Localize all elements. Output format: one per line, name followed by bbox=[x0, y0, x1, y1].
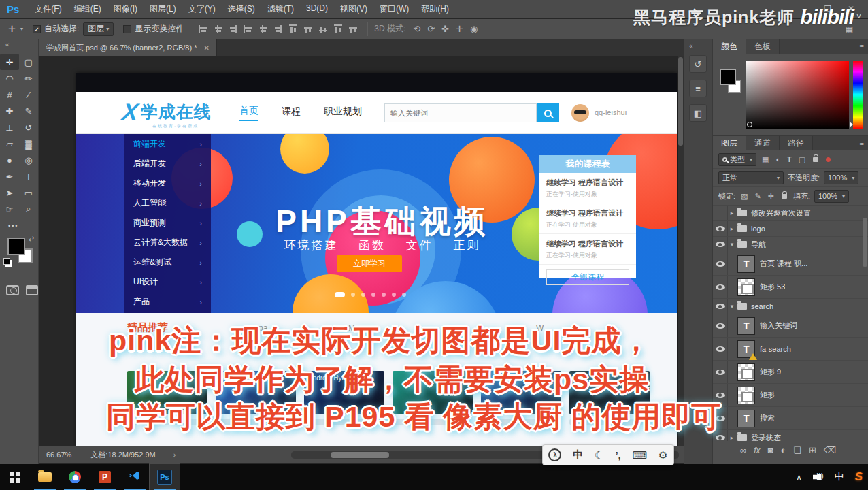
opacity-field[interactable]: 100%▾ bbox=[824, 172, 858, 184]
banner-menu-item[interactable]: 商业预测› bbox=[124, 213, 211, 233]
lock-transparent-icon[interactable]: ▨ bbox=[741, 192, 748, 201]
eyedropper-tool[interactable]: ⁄ bbox=[19, 86, 38, 103]
filter-type-dropdown[interactable]: 类型▾ bbox=[718, 153, 756, 166]
nav-课程[interactable]: 课程 bbox=[282, 105, 301, 120]
crop-tool[interactable]: # bbox=[0, 86, 19, 103]
move-tool[interactable]: ✛ bbox=[0, 54, 19, 70]
healing-brush-tool[interactable]: ✚ bbox=[0, 103, 19, 119]
halfmoon-icon[interactable]: ☾ bbox=[595, 449, 603, 461]
panel-menu-icon[interactable]: ≡ bbox=[860, 42, 864, 50]
align-left-edges-icon[interactable] bbox=[244, 24, 254, 34]
align-right-edges-icon[interactable] bbox=[273, 24, 284, 34]
swap-colors-icon[interactable]: ⇄ bbox=[29, 235, 34, 242]
adjustment-filter-icon[interactable]: ◐ bbox=[775, 155, 780, 163]
close-tab-icon[interactable]: ✕ bbox=[203, 44, 209, 52]
ime-language-indicator[interactable]: 中 bbox=[835, 471, 844, 483]
roll-3d-icon[interactable]: ⟳ bbox=[427, 24, 435, 34]
scale-3d-icon[interactable]: ◉ bbox=[470, 24, 478, 34]
banner-menu-item[interactable]: 云计算&大数据› bbox=[124, 233, 211, 252]
chrome[interactable] bbox=[60, 464, 90, 490]
align-horizontal-centers-icon[interactable] bbox=[258, 24, 269, 34]
expand-panels-icon[interactable]: « bbox=[689, 42, 712, 50]
banner-menu-item[interactable]: 人工智能› bbox=[124, 193, 211, 213]
banner-menu-item[interactable]: 产品› bbox=[124, 292, 211, 312]
default-colors-icon[interactable] bbox=[3, 258, 10, 265]
visibility-toggle[interactable] bbox=[713, 361, 728, 383]
course-card[interactable]: Angular 2 X bbox=[216, 371, 296, 414]
search-input[interactable] bbox=[384, 103, 537, 122]
vscode[interactable] bbox=[120, 464, 150, 490]
layer-row[interactable]: 矩形 bbox=[713, 384, 868, 407]
rotate-3d-icon[interactable]: ⟲ bbox=[413, 24, 420, 34]
menu-item[interactable]: 帮助(H) bbox=[415, 3, 455, 15]
status-arrow-icon[interactable]: › bbox=[173, 451, 176, 459]
info-panel-icon[interactable]: ◧ bbox=[689, 104, 707, 122]
punctuation-icon[interactable]: ’, bbox=[615, 449, 620, 461]
color-field[interactable] bbox=[746, 61, 849, 129]
brush-tool[interactable]: ✎ bbox=[19, 103, 38, 119]
align-bottom-edges-icon[interactable] bbox=[229, 24, 239, 34]
visibility-toggle[interactable] bbox=[713, 276, 728, 298]
tab-色板[interactable]: 色板 bbox=[746, 39, 780, 54]
hue-slider[interactable] bbox=[853, 61, 863, 129]
pagination-dot[interactable] bbox=[361, 293, 365, 297]
smart-object-filter-icon[interactable] bbox=[813, 157, 818, 162]
layer-row[interactable]: T搜索 bbox=[713, 407, 868, 430]
category-link[interactable]: Spa bbox=[253, 323, 267, 333]
distribute-top-icon[interactable] bbox=[288, 24, 299, 34]
course-item[interactable]: 继续学习 程序语言设计正在学习-使用对象 bbox=[539, 234, 636, 265]
nav-首页[interactable]: 首页 bbox=[239, 105, 258, 121]
layers-scrollbar[interactable] bbox=[863, 218, 867, 267]
pagination-dot[interactable] bbox=[371, 293, 375, 297]
collapse-panel-icon[interactable]: « bbox=[0, 39, 38, 48]
delete-layer-icon[interactable]: ⌫ bbox=[824, 445, 836, 455]
disclosure-triangle-icon[interactable]: ▸ bbox=[728, 434, 736, 441]
tab-图层[interactable]: 图层 bbox=[713, 136, 746, 150]
eraser-tool[interactable]: ▱ bbox=[0, 135, 19, 152]
banner-menu-item[interactable]: UI设计› bbox=[124, 272, 211, 292]
banner-menu-item[interactable]: 后端开发› bbox=[124, 154, 211, 174]
menu-item[interactable]: 文字(Y) bbox=[182, 3, 222, 15]
course-card[interactable] bbox=[569, 371, 650, 414]
layer-row[interactable]: 矩形 9 bbox=[713, 361, 868, 384]
drag-3d-icon[interactable]: ✜ bbox=[441, 24, 449, 34]
layer-row[interactable]: ▾search bbox=[713, 299, 868, 314]
blend-mode-dropdown[interactable]: 正常▾ bbox=[718, 172, 784, 184]
disclosure-triangle-icon[interactable]: ▸ bbox=[728, 225, 736, 232]
lasso-tool[interactable]: ◠ bbox=[0, 70, 19, 86]
all-courses-button[interactable]: 全部课程 bbox=[546, 270, 629, 285]
color-cursor[interactable] bbox=[747, 122, 752, 127]
sogou-logo-icon[interactable]: λ bbox=[548, 448, 561, 461]
start-button[interactable] bbox=[0, 464, 30, 490]
pen-tool[interactable]: ✒ bbox=[0, 168, 19, 184]
file-explorer[interactable] bbox=[30, 464, 60, 490]
lock-all-icon[interactable] bbox=[782, 194, 787, 199]
course-card[interactable] bbox=[481, 371, 561, 414]
align-top-edges-icon[interactable] bbox=[199, 24, 210, 34]
sogou-tray-icon[interactable]: S bbox=[855, 470, 863, 484]
pixel-filter-icon[interactable]: ▦ bbox=[762, 155, 769, 164]
layer-row[interactable]: ▸登录状态 bbox=[713, 430, 868, 441]
layer-row[interactable]: T首页 课程 职... bbox=[713, 252, 868, 276]
history-panel-icon[interactable]: ↺ bbox=[689, 55, 707, 73]
blur-tool[interactable]: ● bbox=[0, 152, 19, 168]
rectangular-marquee-tool[interactable]: ▢ bbox=[19, 54, 38, 70]
visibility-toggle[interactable] bbox=[713, 221, 728, 236]
soft-keyboard-icon[interactable]: ⌨ bbox=[633, 449, 648, 461]
foreground-color-swatch[interactable] bbox=[7, 238, 25, 255]
hand-tool[interactable]: ☞ bbox=[0, 201, 19, 217]
lock-pixels-icon[interactable]: ✎ bbox=[754, 192, 761, 201]
layer-mask-icon[interactable]: ◙ bbox=[768, 445, 773, 455]
scrollbar-thumb[interactable] bbox=[678, 57, 683, 146]
volume-icon[interactable]: ))) bbox=[813, 472, 824, 482]
menu-item[interactable]: 图层(L) bbox=[144, 3, 182, 15]
pagination-dot[interactable] bbox=[382, 293, 386, 297]
distribute-vertical-icon[interactable] bbox=[303, 24, 314, 34]
distribute-horizontal-icon[interactable] bbox=[348, 24, 359, 34]
course-card[interactable] bbox=[127, 371, 207, 414]
fill-field[interactable]: 100%▾ bbox=[814, 190, 849, 203]
scrollbar-thumb[interactable] bbox=[331, 452, 389, 458]
pagination-dot[interactable] bbox=[335, 292, 345, 297]
disclosure-triangle-icon[interactable]: ▾ bbox=[728, 303, 736, 310]
tray-chevron-icon[interactable]: ∧ bbox=[797, 473, 802, 482]
